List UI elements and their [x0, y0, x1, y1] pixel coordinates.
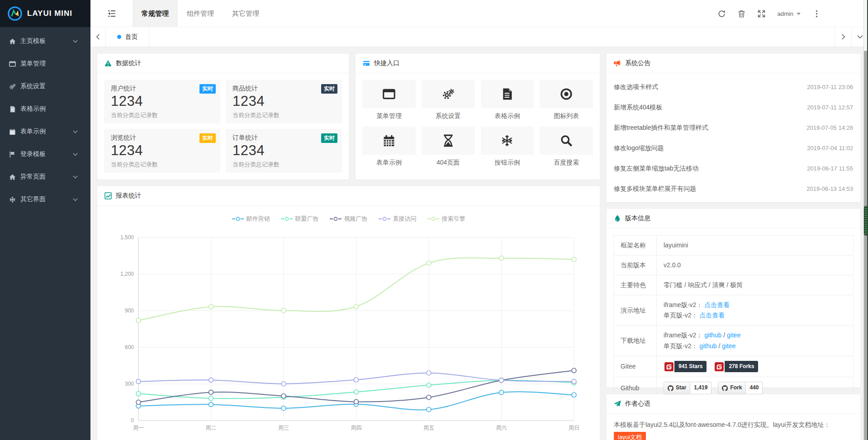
- announcement-item[interactable]: 修改logo缩放问题2019-07-04 11:02: [614, 138, 853, 158]
- sidebar-item-menu-manage[interactable]: 菜单管理: [0, 52, 90, 75]
- version-link[interactable]: gitee: [727, 331, 740, 339]
- app-logo[interactable]: LAYUI MINI: [0, 0, 90, 27]
- credit-card-icon: [363, 60, 370, 67]
- app-title: LAYUI MINI: [27, 9, 72, 18]
- user-dropdown[interactable]: admin: [778, 10, 801, 17]
- legend-item-search-engine[interactable]: 搜索引擎: [427, 213, 465, 224]
- announcements-header: 系统公告: [607, 54, 860, 73]
- legend-marker-icon: [330, 217, 342, 221]
- quick-entry-label: 404页面: [422, 159, 475, 167]
- refresh-button[interactable]: [718, 10, 726, 18]
- svg-text:300: 300: [125, 381, 134, 387]
- nav-tab-component-manage[interactable]: 组件管理: [178, 0, 223, 27]
- report-title: 报表统计: [116, 192, 141, 200]
- menu-fold-button[interactable]: [90, 0, 133, 27]
- sidebar-item-other-ui[interactable]: 其它界面: [0, 188, 90, 211]
- gitee-icon: [664, 361, 674, 373]
- tab-scroll-right-button[interactable]: [835, 27, 851, 47]
- quick-entry-title: 快捷入口: [374, 59, 399, 67]
- github-count: 440: [746, 382, 763, 394]
- flag-icon: [9, 151, 16, 158]
- quick-entry-table-demo[interactable]: 表格示例: [481, 80, 534, 127]
- stats-grid: 用户统计实时1234当前分类总记录数商品统计实时1234当前分类总记录数浏览统计…: [97, 73, 349, 179]
- tab-home[interactable]: 首页: [105, 27, 149, 47]
- announcement-text: 修改logo缩放问题: [614, 144, 664, 152]
- quick-entry-page-404[interactable]: 404页面: [422, 127, 475, 173]
- announcement-item[interactable]: 新增系统404模板2019-07-11 12:57: [614, 97, 853, 118]
- quick-entry-icon-list[interactable]: 图标列表: [540, 80, 593, 127]
- report-line-chart: 03006009001,2001,500周一周二周三周四周五周六周日: [97, 224, 600, 440]
- sidebar-item-form-demo[interactable]: 表单示例: [0, 120, 90, 143]
- announcement-text: 新增treetable插件和菜单管理样式: [614, 124, 708, 132]
- top-header: 常规管理组件管理其它管理 admin: [90, 0, 868, 27]
- chevron-down-icon: [857, 34, 863, 40]
- tab-scroll-left-button[interactable]: [90, 27, 105, 47]
- version-link[interactable]: github: [704, 331, 721, 339]
- sidebar-item-system-setting[interactable]: 系统设置: [0, 75, 90, 98]
- chevron-down-icon: [73, 39, 78, 44]
- version-body: 框架名称layuimini当前版本v2.0.0主要特色零门槛 / 响应式 / 清…: [607, 228, 860, 406]
- announcement-item[interactable]: 修复左侧菜单缩放tab无法移动2019-06-17 11:55: [614, 158, 853, 179]
- version-link[interactable]: 点击查看: [699, 312, 725, 319]
- fire-icon: [614, 215, 621, 222]
- sidebar-item-login-template[interactable]: 登录模板: [0, 143, 90, 166]
- svg-text:1,500: 1,500: [120, 234, 134, 241]
- scrollbar-thumb[interactable]: [864, 206, 868, 236]
- announcement-date: 2019-06-17 11:55: [807, 165, 853, 172]
- sidebar-item-label: 表单示例: [20, 128, 73, 136]
- sidebar-item-table-demo[interactable]: 表格示例: [0, 98, 90, 120]
- more-actions-button[interactable]: [813, 10, 821, 18]
- right-column: 系统公告 修改选项卡样式2019-07-11 23:06新增系统404模板201…: [607, 54, 860, 440]
- chevron-down-icon: [73, 175, 78, 180]
- legend-item-direct-visit[interactable]: 直接访问: [379, 213, 417, 224]
- gitee-badge[interactable]: 941 Stars: [664, 361, 707, 373]
- announcement-item[interactable]: 修改选项卡样式2019-07-11 23:06: [614, 77, 853, 97]
- quick-entry-form-demo[interactable]: 表单示例: [362, 127, 416, 173]
- author-body: 本模板基于layui2.5.4以及font-awesome-4.7.0进行实现。…: [607, 414, 860, 440]
- quick-entry-menu-manage[interactable]: 菜单管理: [362, 80, 416, 127]
- announcement-item[interactable]: 修复多模块菜单栏展开有问题2019-06-13 14:53: [614, 179, 853, 199]
- clear-cache-button[interactable]: [738, 10, 745, 18]
- announcement-text: 新增系统404模板: [614, 104, 662, 112]
- legend-label: 搜索引擎: [442, 215, 465, 223]
- legend-item-video-ads[interactable]: 视频广告: [330, 213, 368, 224]
- quick-entry-icon-box: [481, 127, 534, 155]
- quick-entry-baidu-search[interactable]: 百度搜索: [540, 127, 593, 173]
- quick-entry-label: 系统设置: [422, 112, 475, 120]
- sidebar-item-home-template[interactable]: 主页模板: [0, 30, 90, 52]
- version-row: Gitee941 Stars278 Forks: [614, 356, 854, 377]
- search-icon: [560, 134, 573, 147]
- fullscreen-button[interactable]: [758, 10, 765, 18]
- legend-item-mail-marketing[interactable]: 邮件营销: [232, 213, 270, 224]
- data-stats-title: 数据统计: [116, 59, 141, 67]
- svg-text:900: 900: [125, 308, 134, 314]
- header-actions: admin: [718, 0, 821, 27]
- chart-line-icon: [104, 192, 112, 199]
- version-link[interactable]: 点击查看: [704, 301, 730, 308]
- github-fork-button[interactable]: Fork440: [718, 382, 763, 394]
- sidebar-item-error-page[interactable]: 异常页面: [0, 166, 90, 188]
- version-row-label: 主要特色: [614, 275, 657, 295]
- sidebar-item-label: 表格示例: [20, 105, 82, 113]
- legend-item-union-ads[interactable]: 联盟广告: [281, 213, 319, 224]
- quick-entry-label: 百度搜索: [540, 159, 593, 167]
- version-link[interactable]: github: [699, 342, 716, 350]
- nav-tab-general-manage[interactable]: 常规管理: [133, 0, 178, 27]
- author-card: 作者心语 本模板基于layui2.5.4以及font-awesome-4.7.0…: [607, 394, 860, 440]
- quick-entry-button-demo[interactable]: 按钮示例: [481, 127, 534, 173]
- chevron-right-icon: [840, 34, 846, 40]
- layui-doc-badge[interactable]: layui文档: [614, 432, 646, 440]
- scrollbar-track[interactable]: [863, 0, 868, 440]
- version-link[interactable]: gitee: [722, 342, 735, 350]
- version-row: 主要特色零门槛 / 响应式 / 清爽 / 极简: [614, 275, 854, 295]
- sidebar-item-label: 异常页面: [20, 173, 73, 181]
- nav-tab-other-manage[interactable]: 其它管理: [223, 0, 268, 27]
- gitee-badge[interactable]: 278 Forks: [714, 361, 758, 373]
- version-row-value: iframe版-v2： github / gitee单页版-v2： github…: [657, 326, 854, 356]
- announcement-text: 修复多模块菜单栏展开有问题: [614, 185, 696, 193]
- github-star-button[interactable]: Star1,419: [664, 382, 711, 394]
- announcement-item[interactable]: 新增treetable插件和菜单管理样式2019-07-05 14:28: [614, 118, 853, 138]
- svg-text:周六: 周六: [496, 425, 507, 431]
- quick-entry-system-setting[interactable]: 系统设置: [422, 80, 475, 127]
- sidebar-item-label: 登录模板: [20, 150, 73, 158]
